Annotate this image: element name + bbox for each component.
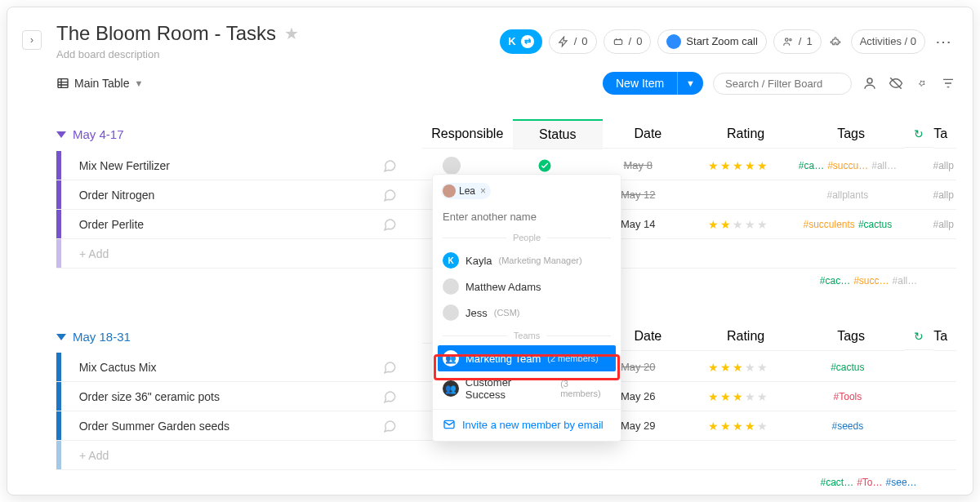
date-cell[interactable]: May 8 xyxy=(591,159,684,171)
person-picker-dropdown: Lea × People KKayla (Marketing Manager)M… xyxy=(432,174,621,442)
tags-cell[interactable]: #allplants xyxy=(793,189,902,201)
task-name[interactable]: Order size 36" ceramic pots xyxy=(79,390,220,403)
rating-cell[interactable]: ★★★★★ xyxy=(684,218,793,231)
add-task-label[interactable]: + Add xyxy=(61,247,422,260)
col-arrow-icon[interactable]: ↻ xyxy=(904,121,934,148)
board-title-text[interactable]: The Bloom Room - Tasks xyxy=(56,22,276,45)
status-cell[interactable] xyxy=(498,158,591,173)
tags-cell[interactable]: #Tools xyxy=(793,391,902,402)
chat-icon[interactable] xyxy=(382,389,397,404)
integration-sub-icon: ⇄ xyxy=(521,35,534,48)
person-role: (CSM) xyxy=(494,308,520,318)
hide-columns-icon[interactable] xyxy=(888,76,904,91)
zoom-icon xyxy=(666,34,681,49)
col-rating[interactable]: Rating xyxy=(693,322,799,351)
summary-tags: #cac…#succ…#all… xyxy=(813,269,924,298)
plugin-button[interactable] xyxy=(828,29,844,54)
svg-rect-0 xyxy=(614,39,621,44)
pin-icon[interactable] xyxy=(914,77,930,90)
group-collapse-icon[interactable] xyxy=(56,334,66,340)
group-title[interactable]: May 4-17 xyxy=(73,127,124,141)
team-members: (3 members) xyxy=(560,379,611,398)
members-sep: / xyxy=(799,35,802,47)
auto1-count: 0 xyxy=(581,35,587,47)
tags-cell[interactable]: #cactus xyxy=(793,362,902,373)
people-separator: People xyxy=(433,228,621,247)
avatar-icon xyxy=(443,304,459,321)
person-option[interactable]: Matthew Adams xyxy=(433,273,621,300)
tags-cell[interactable]: #seeds xyxy=(793,420,902,432)
tags-cell[interactable]: #succulents#cactus xyxy=(793,219,902,230)
chat-icon[interactable] xyxy=(382,188,397,202)
chat-icon[interactable] xyxy=(382,158,397,173)
rating-cell[interactable]: ★★★★★ xyxy=(684,361,793,374)
task-name[interactable]: Order Nitrogen xyxy=(79,189,155,202)
col-responsible[interactable]: Responsible xyxy=(422,120,513,149)
new-item-dropdown[interactable]: ▼ xyxy=(677,72,703,95)
invite-member-link[interactable]: Invite a new member by email xyxy=(433,409,621,434)
col-tags[interactable]: Tags xyxy=(799,120,904,149)
board-description[interactable]: Add board description xyxy=(56,48,500,60)
col-tags[interactable]: Tags xyxy=(799,322,904,351)
more-menu-icon[interactable]: ⋯ xyxy=(932,32,956,51)
filter-icon[interactable] xyxy=(940,77,956,90)
remove-chip-icon[interactable]: × xyxy=(480,185,486,197)
automation-2[interactable]: / 0 xyxy=(604,29,652,54)
chip-name: Lea xyxy=(459,185,475,197)
avatar-icon xyxy=(443,184,456,198)
badge-letter: K xyxy=(508,35,515,47)
task-name[interactable]: Mix New Fertilizer xyxy=(79,159,170,172)
col-rating[interactable]: Rating xyxy=(693,120,799,149)
tags-cell[interactable]: #ca…#succu…#all… xyxy=(793,160,902,171)
new-item-label[interactable]: New Item xyxy=(603,72,677,95)
zoom-button[interactable]: Start Zoom call xyxy=(657,29,766,54)
selected-person-chip[interactable]: Lea × xyxy=(441,183,491,199)
new-item-button[interactable]: New Item ▼ xyxy=(603,72,703,95)
favorite-star-icon[interactable]: ★ xyxy=(284,24,299,43)
automation-1[interactable]: / 0 xyxy=(549,29,597,54)
back-button[interactable]: › xyxy=(22,30,42,50)
rating-cell[interactable]: ★★★★★ xyxy=(684,390,793,403)
rating-cell[interactable]: ★★★★★ xyxy=(684,420,793,433)
responsible-cell[interactable] xyxy=(405,157,498,175)
avatar-icon xyxy=(443,278,459,295)
chat-icon[interactable] xyxy=(382,419,397,433)
members-button[interactable]: / 1 xyxy=(773,29,822,54)
table-icon xyxy=(56,77,69,90)
group-collapse-icon[interactable] xyxy=(56,131,66,138)
integration-badge[interactable]: K ⇄ xyxy=(500,29,541,54)
group-title[interactable]: May 18-31 xyxy=(73,330,131,344)
chat-icon[interactable] xyxy=(382,217,397,232)
person-search-input[interactable] xyxy=(433,206,621,228)
chat-icon[interactable] xyxy=(382,360,397,375)
auto2-sep: / xyxy=(629,35,632,47)
team-icon: 👥 xyxy=(443,380,459,397)
team-option[interactable]: 👥Customer Success (3 members) xyxy=(433,371,621,406)
person-option[interactable]: Jess (CSM) xyxy=(433,300,621,326)
add-task-row[interactable]: + Add xyxy=(56,441,956,470)
task-name[interactable]: Order Summer Garden seeds xyxy=(79,420,229,433)
bolt-icon xyxy=(558,36,569,47)
invite-label: Invite a new member by email xyxy=(462,419,604,431)
svg-point-4 xyxy=(867,78,872,83)
search-input[interactable] xyxy=(713,73,852,95)
col-extra[interactable]: Ta xyxy=(933,322,956,351)
col-status[interactable]: Status xyxy=(513,119,604,149)
extra-cell: #allp xyxy=(933,219,956,230)
col-date[interactable]: Date xyxy=(603,120,693,149)
activities-button[interactable]: Activities / 0 xyxy=(851,29,925,54)
task-name[interactable]: Order Perlite xyxy=(79,218,144,231)
activities-label: Activities / 0 xyxy=(860,35,916,47)
view-selector[interactable]: Main Table ▼ xyxy=(56,77,143,90)
avatar-icon xyxy=(443,157,461,175)
col-arrow-icon[interactable]: ↻ xyxy=(904,323,934,350)
team-option-highlighted[interactable]: 👥Marketing Team (2 members) xyxy=(438,345,616,371)
col-extra[interactable]: Ta xyxy=(933,120,956,149)
mail-icon xyxy=(443,418,456,431)
task-name[interactable]: Mix Cactus Mix xyxy=(79,361,157,374)
person-filter-icon[interactable] xyxy=(862,76,878,91)
svg-point-1 xyxy=(785,38,788,41)
add-task-label[interactable]: + Add xyxy=(61,449,422,462)
person-option[interactable]: KKayla (Marketing Manager) xyxy=(433,247,621,273)
rating-cell[interactable]: ★★★★★ xyxy=(684,159,793,172)
